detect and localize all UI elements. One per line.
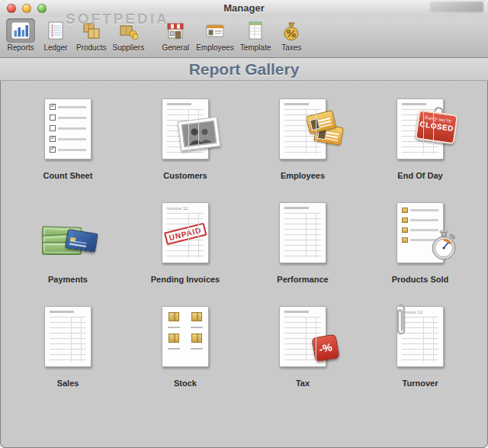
toolbar-item-label: Suppliers xyxy=(112,44,144,52)
toolbar-item-suppliers[interactable]: Suppliers xyxy=(109,18,147,52)
toolbar-item-label: Reports xyxy=(7,44,34,52)
pending-invoices-icon: Invoice 12 UNPAID xyxy=(143,197,228,269)
unpaid-stamp: UNPAID xyxy=(164,223,207,245)
gallery-item-performance[interactable]: Performance xyxy=(244,197,361,284)
spreadsheet-icon xyxy=(241,18,270,43)
employees-icon xyxy=(260,93,345,165)
toolbar: Reports Ledger Products xyxy=(0,17,488,58)
report-gallery-grid: Count Sheet xyxy=(0,81,488,388)
toolbar-item-label: Taxes xyxy=(281,44,301,52)
stopwatch-icon xyxy=(429,230,458,263)
gallery-item-label: End Of Day xyxy=(397,171,442,180)
gallery-item-count-sheet[interactable]: Count Sheet xyxy=(9,93,127,180)
tax-icon: -% xyxy=(260,301,345,372)
gallery-item-label: Count Sheet xyxy=(43,171,93,180)
toolbar-item-general[interactable]: General xyxy=(158,18,193,52)
gallery-item-sales[interactable]: Sales xyxy=(9,301,127,388)
turnover-icon: Invoice 12 xyxy=(377,301,463,372)
gallery-item-pending-invoices[interactable]: Invoice 12 UNPAID Pending Invoices xyxy=(127,197,244,284)
discount-tag-icon: -% xyxy=(311,334,339,362)
gallery-item-customers[interactable]: Customers xyxy=(127,93,244,180)
titlebar: Manager xyxy=(0,0,488,17)
toolbar-item-employees[interactable]: Employees xyxy=(193,18,236,52)
gallery-item-label: Employees xyxy=(281,171,325,180)
app-window: SOFTPEDIA Manager Reports xyxy=(0,0,488,448)
payments-icon xyxy=(25,197,111,269)
customers-photo-overlay xyxy=(178,117,220,151)
gallery-item-label: Turnover xyxy=(403,379,438,388)
gallery-item-employees[interactable]: Employees xyxy=(244,93,361,180)
paperclip-icon xyxy=(393,301,408,342)
toolbar-item-reports[interactable]: Reports xyxy=(3,18,38,52)
page-title: Report Gallery xyxy=(0,58,488,81)
gallery-item-label: Performance xyxy=(277,275,328,284)
gallery-item-payments[interactable]: Payments xyxy=(9,197,127,284)
gallery-item-label: Products Sold xyxy=(392,275,449,284)
toolbar-item-label: General xyxy=(162,44,189,52)
toolbar-item-ledger[interactable]: Ledger xyxy=(38,18,73,52)
gallery-item-turnover[interactable]: Invoice 12 Turnover xyxy=(361,301,479,388)
gallery-item-label: Payments xyxy=(48,275,88,284)
toolbar-item-taxes[interactable]: Taxes xyxy=(274,18,309,52)
gallery-item-products-sold[interactable]: Products Sold xyxy=(361,197,479,284)
gallery-item-end-of-day[interactable]: Sorry we're CLOSED End Of Day xyxy=(361,93,479,180)
products-sold-icon xyxy=(377,197,463,269)
gallery-item-label: Customers xyxy=(163,171,207,180)
stock-icon xyxy=(143,301,228,372)
window-title: Manager xyxy=(0,0,488,17)
bar-chart-icon xyxy=(6,18,35,43)
money-bag-icon xyxy=(277,18,306,43)
customers-icon xyxy=(143,93,228,165)
storefront-icon xyxy=(161,18,190,43)
gallery-item-label: Pending Invoices xyxy=(151,275,220,284)
performance-icon xyxy=(260,197,345,269)
toolbar-item-label: Template xyxy=(240,44,271,52)
end-of-day-icon: Sorry we're CLOSED xyxy=(377,93,463,165)
count-sheet-icon xyxy=(25,93,111,165)
gallery-item-label: Stock xyxy=(174,379,197,388)
boxes-icon xyxy=(77,18,106,43)
gallery-item-label: Tax xyxy=(296,379,310,388)
gallery-item-tax[interactable]: -% Tax xyxy=(244,301,361,388)
invoice-title: Invoice 12 xyxy=(167,206,188,211)
toolbar-item-label: Employees xyxy=(196,44,233,52)
id-card-icon xyxy=(201,18,230,43)
toolbar-item-label: Ledger xyxy=(43,44,67,52)
toolbar-item-products[interactable]: Products xyxy=(73,18,109,52)
ledger-icon xyxy=(41,18,70,43)
box-coins-icon xyxy=(114,18,143,43)
gallery-item-label: Sales xyxy=(57,379,79,388)
toolbar-item-label: Products xyxy=(76,44,106,52)
closed-sign-icon: Sorry we're CLOSED xyxy=(415,105,459,145)
toolbar-item-template[interactable]: Template xyxy=(237,18,274,52)
sales-icon xyxy=(25,301,111,372)
gallery-item-stock[interactable]: Stock xyxy=(127,301,244,388)
